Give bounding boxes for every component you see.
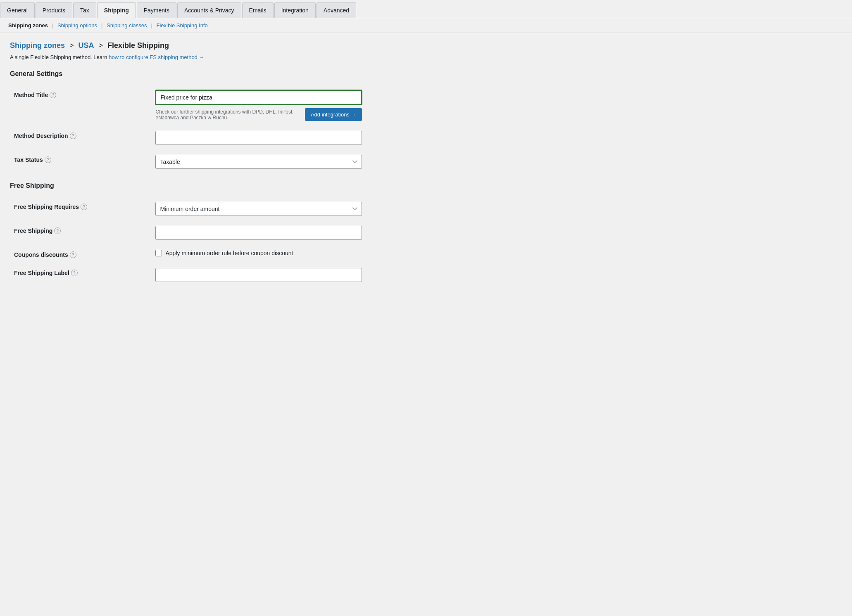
coupons-discounts-row: Coupons discounts ? Apply minimum order …	[10, 245, 486, 263]
free-shipping-amount-row: Free Shipping ?	[10, 221, 486, 245]
breadcrumb-zones-link[interactable]: Shipping zones	[10, 41, 65, 50]
sep3: |	[151, 22, 152, 28]
coupons-discounts-field-cell: Apply minimum order rule before coupon d…	[151, 245, 486, 263]
free-shipping-label-row: Free Shipping Label ?	[10, 263, 486, 287]
free-shipping-amount-help-icon[interactable]: ?	[54, 227, 61, 234]
free-shipping-requires-field-cell: None A valid free shipping coupon Minimu…	[151, 197, 486, 221]
method-title-help-icon[interactable]: ?	[50, 92, 56, 98]
subnav-flexible-shipping-info[interactable]: Flexible Shipping Info	[156, 22, 207, 28]
page-description: A single Flexible Shipping method. Learn…	[10, 54, 486, 60]
coupons-discounts-label: Coupons discounts ?	[10, 245, 151, 263]
sep1: |	[52, 22, 54, 28]
free-shipping-label-help-icon[interactable]: ?	[71, 270, 78, 276]
tax-status-select[interactable]: Taxable None	[155, 155, 362, 169]
free-shipping-requires-row: Free Shipping Requires ? None A valid fr…	[10, 197, 486, 221]
breadcrumb-current: Flexible Shipping	[107, 41, 169, 50]
integration-banner: Check our further shipping integrations …	[155, 108, 362, 121]
free-shipping-requires-label: Free Shipping Requires ?	[10, 197, 151, 221]
tab-integration[interactable]: Integration	[274, 2, 316, 18]
method-description-row: Method Description ?	[10, 126, 486, 150]
method-title-input[interactable]	[155, 90, 362, 105]
method-title-label: Method Title ?	[10, 85, 151, 126]
add-integrations-button[interactable]: Add integrations →	[305, 108, 362, 121]
coupons-discounts-checkbox-label[interactable]: Apply minimum order rule before coupon d…	[155, 250, 482, 256]
tab-products[interactable]: Products	[36, 2, 72, 18]
tax-status-label: Tax Status ?	[10, 150, 151, 174]
breadcrumb-arrow2: >	[99, 41, 105, 50]
breadcrumb: Shipping zones > USA > Flexible Shipping	[10, 41, 486, 50]
nav-tabs: General Products Tax Shipping Payments A…	[0, 0, 852, 18]
tab-payments[interactable]: Payments	[137, 2, 176, 18]
main-content: Shipping zones > USA > Flexible Shipping…	[0, 33, 496, 303]
tab-accounts-privacy[interactable]: Accounts & Privacy	[177, 2, 241, 18]
breadcrumb-arrow1: >	[69, 41, 76, 50]
free-shipping-label-field-cell	[151, 263, 486, 287]
subnav-shipping-zones[interactable]: Shipping zones	[8, 22, 48, 28]
tab-advanced[interactable]: Advanced	[317, 2, 356, 18]
free-shipping-amount-label: Free Shipping ?	[10, 221, 151, 245]
free-shipping-amount-input[interactable]	[155, 226, 362, 240]
free-shipping-requires-help-icon[interactable]: ?	[81, 204, 87, 210]
tab-shipping[interactable]: Shipping	[97, 2, 136, 18]
coupons-discounts-checkbox-text: Apply minimum order rule before coupon d…	[165, 250, 293, 256]
subnav-shipping-options[interactable]: Shipping options	[57, 22, 97, 28]
tab-tax[interactable]: Tax	[73, 2, 96, 18]
coupons-discounts-checkbox[interactable]	[155, 250, 162, 256]
free-shipping-requires-select[interactable]: None A valid free shipping coupon Minimu…	[155, 202, 362, 216]
general-settings-heading: General Settings	[10, 70, 486, 78]
method-title-field-cell: Check our further shipping integrations …	[151, 85, 486, 126]
method-description-help-icon[interactable]: ?	[70, 133, 76, 139]
tax-status-row: Tax Status ? Taxable None	[10, 150, 486, 174]
free-shipping-heading: Free Shipping	[10, 182, 486, 190]
description-text: A single Flexible Shipping method. Learn	[10, 54, 107, 60]
method-description-input[interactable]	[155, 131, 362, 145]
sep2: |	[101, 22, 103, 28]
sub-nav: Shipping zones | Shipping options | Ship…	[0, 18, 852, 33]
method-description-label: Method Description ?	[10, 126, 151, 150]
general-settings-table: Method Title ? Check our further shippin…	[10, 85, 486, 174]
tax-status-help-icon[interactable]: ?	[45, 156, 51, 163]
free-shipping-label-label: Free Shipping Label ?	[10, 263, 151, 287]
tab-emails[interactable]: Emails	[242, 2, 274, 18]
tax-status-field-cell: Taxable None	[151, 150, 486, 174]
tab-general[interactable]: General	[0, 2, 35, 18]
free-shipping-table: Free Shipping Requires ? None A valid fr…	[10, 197, 486, 287]
method-title-row: Method Title ? Check our further shippin…	[10, 85, 486, 126]
method-description-field-cell	[151, 126, 486, 150]
subnav-shipping-classes[interactable]: Shipping classes	[107, 22, 147, 28]
configure-link[interactable]: how to configure FS shipping method →	[109, 54, 204, 60]
breadcrumb-usa-link[interactable]: USA	[79, 41, 94, 50]
integration-text: Check our further shipping integrations …	[155, 109, 300, 121]
coupons-discounts-help-icon[interactable]: ?	[70, 251, 76, 258]
free-shipping-amount-field-cell	[151, 221, 486, 245]
free-shipping-label-input[interactable]	[155, 268, 362, 282]
